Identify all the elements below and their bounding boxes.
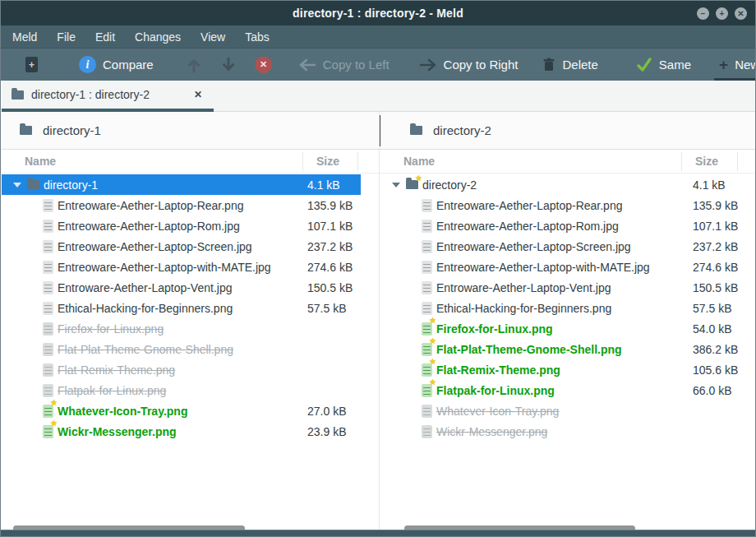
expander-icon[interactable]	[13, 183, 21, 187]
row-size: 54.0 kB	[693, 322, 731, 336]
right-pane-header[interactable]: directory-2	[410, 112, 491, 149]
left-column-name[interactable]: Name	[25, 150, 56, 173]
menu-meld[interactable]: Meld	[2, 25, 47, 48]
row-size: 150.5 kB	[307, 281, 353, 294]
menu-file[interactable]: File	[47, 25, 85, 48]
tab-label: directory-1 : directory-2	[31, 88, 150, 101]
tree-row[interactable]: Entreoware-Aether-Laptop-with-MATE.jpg27…	[380, 257, 740, 277]
row-name: Flat-Plat-Theme-Gnome-Shell.png	[58, 343, 233, 356]
file-icon: ★	[43, 425, 53, 438]
new-comparison-icon: +	[25, 57, 38, 72]
minimize-button[interactable]: −	[697, 7, 709, 20]
tree-row[interactable]: ★Flatpak-for-Linux.png66.0 kB	[380, 380, 740, 400]
right-column-size[interactable]: Size	[695, 150, 718, 173]
row-size: 23.9 kB	[307, 425, 346, 438]
menu-tabs[interactable]: Tabs	[235, 25, 279, 48]
file-icon	[43, 322, 53, 336]
row-size: 27.0 kB	[307, 405, 346, 418]
new-star-badge: ★	[429, 358, 436, 366]
tree-row[interactable]: Entreoware-Aether-Laptop-Rom.jpg107.1 kB	[380, 215, 740, 236]
new-star-badge: ★	[429, 337, 436, 345]
file-icon	[43, 363, 53, 377]
row-name: Entreoware-Aether-Laptop-Screen.jpg	[436, 240, 631, 253]
file-icon	[422, 281, 432, 294]
info-icon: i	[79, 56, 96, 73]
row-name: Entroware-Aether-Laptop-Vent.jpg	[436, 281, 611, 294]
file-icon	[422, 425, 432, 438]
tree-row[interactable]: Flat-Remix-Theme.png	[2, 359, 361, 380]
previous-change-button[interactable]	[182, 49, 206, 81]
file-icon: ★	[422, 384, 432, 397]
new-comparison-button[interactable]: +	[21, 49, 43, 81]
row-size: 4.1 kB	[693, 178, 726, 192]
menu-view[interactable]: View	[191, 25, 235, 48]
tree-row[interactable]: Entroware-Aether-Laptop-Vent.jpg150.5 kB	[2, 277, 361, 298]
compare-label: Compare	[103, 58, 154, 72]
tree-row[interactable]: Entreoware-Aether-Laptop-Screen.jpg237.2…	[380, 236, 740, 257]
new-star-badge: ★	[50, 419, 58, 428]
tree-row[interactable]: Entroware-Aether-Laptop-Vent.jpg150.5 kB	[380, 277, 740, 298]
file-icon	[43, 281, 53, 294]
tree-row[interactable]: Entreoware-Aether-Laptop-Rom.jpg107.1 kB	[2, 215, 361, 236]
trash-icon	[542, 58, 555, 72]
tab-directory-comparison[interactable]: directory-1 : directory-2 ✕	[2, 81, 214, 112]
menu-edit[interactable]: Edit	[85, 25, 125, 48]
file-icon: ★	[422, 322, 432, 336]
row-name: Entroware-Aether-Laptop-Vent.jpg	[58, 281, 232, 294]
new-filter-button[interactable]: + New	[714, 49, 756, 81]
row-name: Entreoware-Aether-Laptop-with-MATE.jpg	[436, 261, 650, 274]
arrow-up-icon	[187, 57, 201, 73]
row-size: 66.0 kB	[693, 384, 731, 397]
stop-button[interactable]: ✕	[251, 49, 277, 81]
new-star-badge: ★	[415, 174, 422, 183]
tree-row[interactable]: ★Wickr-Messenger.png23.9 kB	[2, 421, 361, 442]
tree-row[interactable]: Entreoware-Aether-Laptop-Rear.png135.9 k…	[380, 195, 740, 215]
tree-row[interactable]: directory-14.1 kB	[2, 174, 361, 195]
file-icon	[43, 302, 53, 315]
delete-button[interactable]: Delete	[537, 49, 602, 81]
file-icon	[422, 302, 432, 315]
tree-row[interactable]: Ethical-Hacking-for-Beginners.png57.5 kB	[2, 298, 361, 318]
copy-to-left-button[interactable]: Copy to Left	[293, 49, 394, 81]
right-column-name[interactable]: Name	[403, 150, 435, 173]
file-icon	[422, 240, 432, 253]
file-icon	[422, 405, 432, 418]
tree-row[interactable]: Entreoware-Aether-Laptop-Rear.png135.9 k…	[2, 195, 361, 215]
row-name: Flat-Remix-Theme.png	[436, 363, 560, 377]
same-filter-button[interactable]: Same	[631, 49, 696, 81]
toolbar: + i Compare ✕ Copy to Left	[1, 49, 755, 81]
file-icon	[422, 261, 432, 274]
tree-row[interactable]: Wickr-Messenger.png	[380, 421, 740, 442]
maximize-button[interactable]: +	[716, 7, 728, 20]
tree-row[interactable]: Flat-Plat-Theme-Gnome-Shell.png	[2, 339, 361, 359]
left-column-size[interactable]: Size	[316, 150, 339, 173]
plus-icon: +	[719, 57, 728, 72]
left-pane-header[interactable]: directory-1	[20, 112, 101, 149]
delete-label: Delete	[562, 58, 597, 72]
close-button[interactable]: ✕	[735, 7, 747, 20]
title-bar: directory-1 : directory-2 - Meld − + ✕	[1, 1, 755, 25]
compare-button[interactable]: i Compare	[74, 49, 159, 81]
menu-bar: Meld File Edit Changes View Tabs	[1, 25, 755, 49]
tree-row[interactable]: ★directory-24.1 kB	[380, 174, 740, 195]
expander-icon[interactable]	[392, 183, 400, 187]
tree-row[interactable]: Firefox-for-Linux.png	[2, 318, 361, 339]
row-name: Entreoware-Aether-Laptop-Rom.jpg	[436, 220, 619, 233]
file-icon	[43, 343, 53, 356]
tree-row[interactable]: Entreoware-Aether-Laptop-Screen.jpg237.2…	[2, 236, 361, 257]
tab-close-icon[interactable]: ✕	[192, 89, 204, 100]
row-size: 135.9 kB	[307, 199, 353, 212]
file-icon	[43, 384, 53, 397]
stop-icon: ✕	[256, 57, 272, 73]
row-size: 135.9 kB	[693, 199, 738, 212]
file-icon	[43, 199, 53, 212]
meld-window: directory-1 : directory-2 - Meld − + ✕ M…	[0, 0, 756, 537]
menu-changes[interactable]: Changes	[125, 25, 191, 48]
copy-to-right-button[interactable]: Copy to Right	[414, 49, 523, 81]
next-change-button[interactable]	[216, 49, 241, 81]
row-size: 105.6 kB	[693, 363, 738, 377]
folder-icon: ★	[406, 180, 418, 189]
tree-row[interactable]: Whatever-Icon-Tray.png	[380, 400, 740, 421]
tree-row[interactable]: Entreoware-Aether-Laptop-with-MATE.jpg27…	[2, 257, 361, 277]
arrow-left-icon	[298, 58, 316, 72]
